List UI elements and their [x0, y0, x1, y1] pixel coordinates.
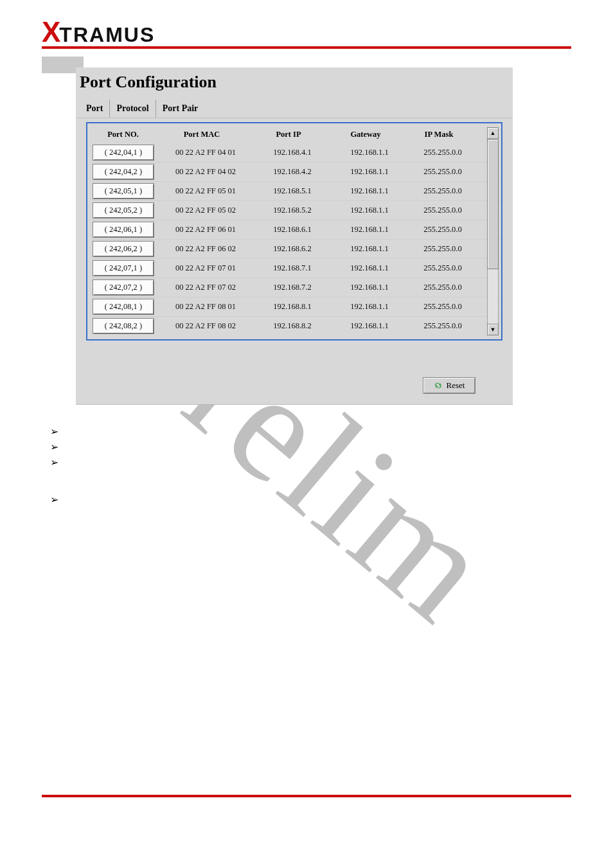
- port-mac-value: 00 22 A2 FF 08 02: [157, 321, 254, 331]
- refresh-icon: [434, 382, 443, 389]
- ip-mask-value: 255.255.0.0: [408, 225, 477, 235]
- table-row: ( 242,04,2 )00 22 A2 FF 04 02192.168.4.2…: [93, 162, 501, 180]
- port-mac-value: 00 22 A2 FF 06 01: [157, 225, 254, 235]
- brand-x: X: [42, 18, 60, 46]
- tab-port[interactable]: Port: [80, 100, 110, 118]
- table-row: ( 242,04,1 )00 22 A2 FF 04 01192.168.4.1…: [93, 145, 501, 161]
- ip-mask-value: 255.255.0.0: [408, 283, 477, 292]
- tab-port-pair[interactable]: Port Pair: [156, 100, 205, 118]
- port-mac-value: 00 22 A2 FF 05 02: [157, 206, 254, 215]
- scroll-thumb[interactable]: [487, 139, 499, 269]
- top-divider: [42, 46, 571, 49]
- table-header-row: Port NO. Port MAC Port IP Gateway IP Mas…: [93, 127, 501, 143]
- table-row: ( 242,06,1 )00 22 A2 FF 06 01192.168.6.1…: [93, 220, 501, 238]
- port-no-button[interactable]: ( 242,04,1 ): [93, 145, 154, 161]
- tab-underline: [76, 118, 513, 118]
- port-config-panel: Port Configuration Port Protocol Port Pa…: [76, 67, 513, 405]
- notes-list: [50, 424, 64, 508]
- page-title: Port Configuration: [76, 67, 513, 100]
- gateway-value: 192.168.1.1: [331, 244, 408, 254]
- bottom-divider: [42, 795, 571, 797]
- table-row: ( 242,07,2 )00 22 A2 FF 07 02192.168.7.2…: [93, 278, 501, 296]
- gateway-value: 192.168.1.1: [331, 206, 408, 215]
- list-item: [50, 455, 64, 470]
- gateway-value: 192.168.1.1: [331, 167, 408, 177]
- tab-strip: Port Protocol Port Pair: [80, 100, 513, 118]
- port-no-button[interactable]: ( 242,06,1 ): [93, 222, 154, 238]
- table-row: ( 242,07,1 )00 22 A2 FF 07 01192.168.7.1…: [93, 258, 501, 276]
- reset-label: Reset: [447, 380, 465, 391]
- port-ip-value: 192.168.6.2: [254, 244, 331, 254]
- th-ip-mask: IP Mask: [404, 130, 474, 139]
- ip-mask-value: 255.255.0.0: [408, 321, 477, 331]
- table-row: ( 242,08,1 )00 22 A2 FF 08 01192.168.8.1…: [93, 297, 501, 315]
- ip-mask-value: 255.255.0.0: [408, 167, 477, 177]
- gateway-value: 192.168.1.1: [331, 225, 408, 235]
- port-table: Port NO. Port MAC Port IP Gateway IP Mas…: [86, 122, 502, 341]
- ip-mask-value: 255.255.0.0: [408, 186, 477, 196]
- port-no-button[interactable]: ( 242,05,1 ): [93, 183, 154, 199]
- port-no-button[interactable]: ( 242,05,2 ): [93, 202, 154, 218]
- port-no-button[interactable]: ( 242,07,2 ): [93, 279, 154, 296]
- port-ip-value: 192.168.8.2: [254, 321, 331, 331]
- reset-button[interactable]: Reset: [423, 377, 475, 394]
- list-item: [50, 492, 64, 508]
- gateway-value: 192.168.1.1: [331, 283, 408, 292]
- ip-mask-value: 255.255.0.0: [408, 263, 477, 273]
- table-row: ( 242,08,2 )00 22 A2 FF 08 02192.168.8.2…: [93, 316, 501, 334]
- port-no-button[interactable]: ( 242,07,1 ): [93, 260, 154, 276]
- port-ip-value: 192.168.5.1: [254, 186, 331, 196]
- port-ip-value: 192.168.7.1: [254, 263, 331, 273]
- port-mac-value: 00 22 A2 FF 06 02: [157, 244, 254, 254]
- port-ip-value: 192.168.6.1: [254, 225, 331, 235]
- gateway-value: 192.168.1.1: [331, 263, 408, 273]
- port-no-button[interactable]: ( 242,08,2 ): [93, 318, 154, 334]
- port-ip-value: 192.168.8.1: [254, 302, 331, 312]
- port-mac-value: 00 22 A2 FF 07 02: [157, 283, 254, 292]
- port-ip-value: 192.168.4.1: [254, 148, 331, 157]
- table-row: ( 242,05,1 )00 22 A2 FF 05 01192.168.5.1…: [93, 181, 501, 199]
- th-port-no: Port NO.: [93, 130, 154, 139]
- list-item: [50, 424, 64, 439]
- port-mac-value: 00 22 A2 FF 08 01: [157, 302, 254, 312]
- table-row: ( 242,06,2 )00 22 A2 FF 06 02192.168.6.2…: [93, 239, 501, 257]
- brand-logo: X TRAMUS: [42, 18, 571, 47]
- scroll-down-button[interactable]: ▼: [487, 324, 499, 335]
- ip-mask-value: 255.255.0.0: [408, 206, 477, 215]
- port-mac-value: 00 22 A2 FF 04 02: [157, 167, 254, 177]
- port-mac-value: 00 22 A2 FF 07 01: [157, 263, 254, 273]
- port-mac-value: 00 22 A2 FF 05 01: [157, 186, 254, 196]
- gateway-value: 192.168.1.1: [331, 302, 408, 312]
- ip-mask-value: 255.255.0.0: [408, 244, 477, 254]
- ip-mask-value: 255.255.0.0: [408, 148, 477, 157]
- port-ip-value: 192.168.7.2: [254, 283, 331, 292]
- th-gateway: Gateway: [327, 130, 404, 139]
- th-port-mac: Port MAC: [154, 130, 250, 139]
- port-ip-value: 192.168.4.2: [254, 167, 331, 177]
- tab-protocol[interactable]: Protocol: [110, 100, 155, 118]
- list-item: [50, 439, 64, 455]
- port-no-button[interactable]: ( 242,08,1 ): [93, 299, 154, 315]
- port-no-button[interactable]: ( 242,06,2 ): [93, 241, 154, 257]
- table-scrollbar[interactable]: ▲ ▼: [487, 127, 499, 335]
- table-row: ( 242,05,2 )00 22 A2 FF 05 02192.168.5.2…: [93, 200, 501, 218]
- th-port-ip: Port IP: [250, 130, 327, 139]
- port-no-button[interactable]: ( 242,04,2 ): [93, 164, 154, 180]
- scroll-up-button[interactable]: ▲: [487, 127, 499, 139]
- page-header: X TRAMUS: [42, 18, 571, 47]
- gateway-value: 192.168.1.1: [331, 148, 408, 157]
- ip-mask-value: 255.255.0.0: [408, 302, 477, 312]
- port-mac-value: 00 22 A2 FF 04 01: [157, 148, 254, 157]
- gateway-value: 192.168.1.1: [331, 321, 408, 331]
- gateway-value: 192.168.1.1: [331, 186, 408, 196]
- brand-rest: TRAMUS: [59, 23, 155, 47]
- table-body: ( 242,04,1 )00 22 A2 FF 04 01192.168.4.1…: [93, 145, 501, 334]
- port-ip-value: 192.168.5.2: [254, 206, 331, 215]
